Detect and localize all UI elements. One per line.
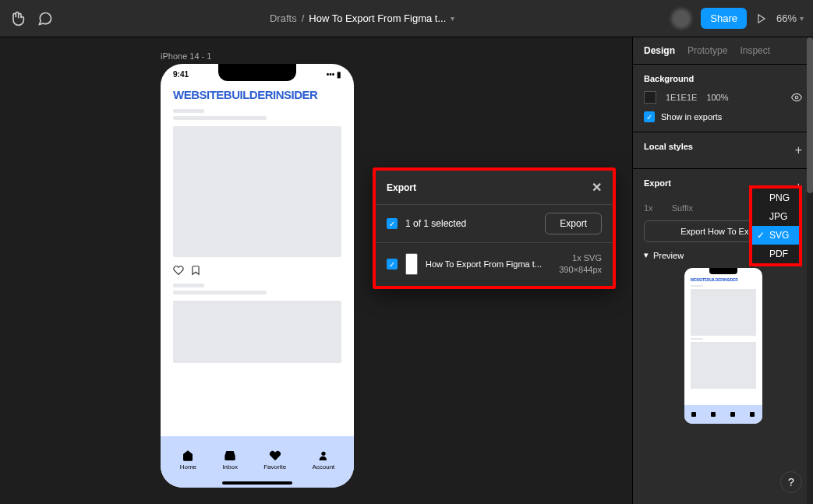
site-title: WEBSITEBUILDERINSIDER [161,80,354,106]
nav-home: Home [180,449,196,471]
export-item-meta: 1x SVG 390×844px [559,252,602,277]
breadcrumb-folder: Drafts [270,12,297,24]
export-heading: Export [644,178,671,188]
nav-favorite: Favorite [263,449,286,471]
selected-count: 1 of 1 selected [405,218,466,229]
present-icon[interactable] [756,13,767,24]
select-all-checkbox[interactable]: ✓ [387,218,398,229]
export-item-name: How To Export From Figma t... [426,259,551,269]
heart-icon [173,265,184,276]
signal-battery-icons: ••• ▮ [327,70,341,79]
canvas-area[interactable]: iPhone 14 - 1 9:41 ••• ▮ WEBSITEBUILDERI… [0,37,632,504]
properties-panel: Design Prototype Inspect Background 1E1E… [632,37,813,504]
svg-point-1 [321,451,325,455]
color-opacity[interactable]: 100% [706,93,728,102]
file-name: How To Export From Figma t... [309,12,446,24]
help-button[interactable]: ? [780,471,802,493]
svg-point-2 [795,96,798,99]
skeleton-line [173,291,267,294]
post-actions [161,263,354,280]
scrollbar[interactable] [807,37,813,504]
tab-design[interactable]: Design [644,45,675,56]
skeleton-line [173,109,204,113]
color-hex[interactable]: 1E1E1E [666,93,697,102]
background-heading: Background [644,74,802,83]
export-thumbnail [405,253,418,275]
skeleton-line [173,284,204,287]
file-breadcrumb[interactable]: Drafts / How To Export From Figma t... ▾ [53,12,671,24]
svg-marker-0 [758,14,765,23]
visibility-icon[interactable] [791,92,802,103]
local-styles-heading: Local styles [644,142,693,151]
nav-inbox: Inbox [222,449,238,471]
color-swatch[interactable] [644,91,656,104]
zoom-control[interactable]: 66% ▾ [776,12,804,24]
user-avatar[interactable] [671,9,691,29]
item-checkbox[interactable]: ✓ [387,259,398,270]
close-icon[interactable]: ✕ [592,180,602,195]
export-scale[interactable]: 1x [644,203,653,213]
format-option-jpg[interactable]: JPG [752,207,799,226]
show-in-exports-label: Show in exports [661,112,722,122]
tab-inspect[interactable]: Inspect [740,45,770,56]
format-option-png[interactable]: PNG [752,189,799,207]
home-indicator [222,481,292,485]
export-popup-title: Export [387,182,416,193]
export-button[interactable]: Export [545,213,602,234]
phone-frame[interactable]: 9:41 ••• ▮ WEBSITEBUILDERINSIDER Home In… [161,64,354,488]
format-dropdown: PNG JPG SVG PDF [749,185,802,266]
frame-label[interactable]: iPhone 14 - 1 [161,51,211,61]
show-in-exports-checkbox[interactable]: ✓ [644,111,655,122]
export-suffix[interactable]: Suffix [672,203,693,213]
chevron-down-icon[interactable]: ▾ [451,14,454,23]
export-popup: Export ✕ ✓ 1 of 1 selected Export ✓ How … [373,167,616,289]
comment-icon[interactable] [37,11,53,26]
phone-bottom-nav: Home Inbox Favorite Account [161,436,354,488]
chevron-down-icon: ▾ [800,14,804,23]
export-preview-thumbnail: WEBSITEBUILDERINSIDER [684,268,762,424]
tab-prototype[interactable]: Prototype [688,45,727,56]
share-button[interactable]: Share [701,8,747,29]
phone-notch [218,64,296,81]
format-option-svg[interactable]: SVG [752,226,799,245]
skeleton-image [173,301,341,363]
top-toolbar: Drafts / How To Export From Figma t... ▾… [0,0,813,37]
caret-down-icon: ▾ [644,250,649,260]
hand-tool-icon[interactable] [9,11,25,26]
format-option-pdf[interactable]: PDF [752,245,799,263]
nav-account: Account [312,449,334,471]
add-style-icon[interactable]: + [795,143,802,157]
background-section: Background 1E1E1E 100% ✓ Show in exports [633,65,813,132]
local-styles-section: Local styles + [633,132,813,169]
skeleton-line [173,116,267,120]
skeleton-image [173,126,341,257]
bookmark-icon [190,265,201,276]
